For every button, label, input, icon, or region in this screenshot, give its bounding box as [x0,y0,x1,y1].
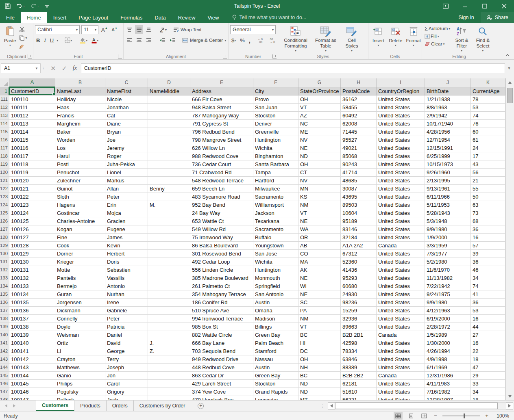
cell-G144[interactable]: NH [298,364,341,372]
cell-I138[interactable]: United States [377,315,425,323]
cell-A112[interactable]: 100111 [9,104,55,112]
cell-F122[interactable]: Milwaukee [253,185,298,193]
cell-B142[interactable]: Li [55,347,105,355]
cell-G126[interactable]: NE [298,217,341,225]
cell-F123[interactable]: Sacramento [253,193,298,201]
cell-D133[interactable] [148,274,190,282]
cell-B137[interactable]: Dickmann [55,307,105,315]
cell-B144[interactable]: Matthews [55,364,105,372]
cell-K1[interactable]: CurrentAge [471,87,505,95]
cell-F116[interactable]: Huntington [253,136,298,144]
cell-K120[interactable]: 56 [471,169,505,177]
clear-button[interactable]: Clear▾ [425,41,450,47]
cell-B122[interactable]: Guinot [55,185,105,193]
cell-D142[interactable]: Z. [148,347,190,355]
cell-A113[interactable]: 100112 [9,112,55,120]
cell-F145[interactable]: Green Bay [253,372,298,380]
cell-B121[interactable]: Zulechner [55,177,105,185]
cell-G122[interactable]: MN [298,185,341,193]
cell-D115[interactable] [148,128,190,136]
cell-E111[interactable]: 666 Fir Cove [190,95,253,104]
menu-tab-home[interactable]: Home [21,12,47,23]
cell-C133[interactable]: Vassilis [105,274,148,282]
cell-D116[interactable] [148,136,190,144]
cell-J1[interactable]: BirthDate [425,87,471,95]
cell-B116[interactable]: Worden [55,136,105,144]
cell-J123[interactable]: 6/11/1966 [425,193,471,201]
cell-E136[interactable]: 186 Conifer Rd [190,299,253,307]
cell-G1[interactable]: StateOrProvince [298,87,341,95]
cell-K123[interactable]: 50 [471,193,505,201]
cell-C117[interactable]: Jeremy [105,144,148,152]
cell-F120[interactable]: Tampa [253,169,298,177]
cell-C115[interactable]: Bryan [105,128,148,136]
cell-F144[interactable]: Austin [253,364,298,372]
column-header-c[interactable]: C [105,78,148,87]
cell-K128[interactable]: 16 [471,234,505,242]
cell-J139[interactable]: 2/28/1972 [425,323,471,331]
column-header-k[interactable]: K [471,78,505,87]
cell-C126[interactable]: Gracien [105,217,148,225]
cell-H135[interactable]: 24930 [341,290,377,299]
menu-tab-formulas[interactable]: Formulas [114,12,148,23]
merge-center-button[interactable]: Merge & Center ▾ [182,36,226,45]
cell-A148[interactable]: 100147 [9,396,55,400]
select-all-button[interactable] [0,78,9,87]
cell-H133[interactable]: 95293 [341,274,377,282]
horizontal-scrollbar[interactable]: ⋮ [318,401,514,411]
cell-E123[interactable]: 483 Sycamore Road [190,193,253,201]
new-sheet-button[interactable]: + [191,401,210,411]
cell-B114[interactable]: Margheim [55,120,105,128]
cell-F133[interactable]: Monmouth [253,274,298,282]
cell-J140[interactable]: 1/5/1989 [425,331,471,339]
cell-I114[interactable]: United States [377,120,425,128]
scroll-up-icon[interactable] [506,78,514,87]
cell-E122[interactable]: 659 Beech Ln [190,185,253,193]
cell-E144[interactable]: 448 Redbud Cove [190,364,253,372]
decrease-decimal-icon[interactable]: .00→.0 [268,36,278,45]
cell-C119[interactable]: Juha-Pekka [105,160,148,169]
sheet-tab-customers-by-order[interactable]: Customers by Order [134,401,192,411]
cell-F137[interactable]: Omaha [253,307,298,315]
cell-K138[interactable]: 16 [471,315,505,323]
cell-C136[interactable]: Irene [105,299,148,307]
cell-D113[interactable] [148,112,190,120]
cell-B136[interactable]: Jorgensen [55,299,105,307]
cell-J129[interactable]: 3/3/1959 [425,242,471,250]
cell-D130[interactable] [148,250,190,258]
column-header-f[interactable]: F [253,78,298,87]
cell-I145[interactable]: Canada [377,372,425,380]
cell-E145[interactable]: 863 Cedar Dr [190,372,253,380]
cell-H140[interactable]: B2B 2B1 [341,331,377,339]
cell-I132[interactable]: United States [377,266,425,274]
cell-I121[interactable]: United States [377,177,425,185]
cell-E138[interactable]: 994 Ironwood Terrace [190,315,253,323]
cell-K119[interactable]: 43 [471,160,505,169]
cell-H129[interactable]: A1A 2A2 [341,242,377,250]
cell-A121[interactable]: 100120 [9,177,55,185]
menu-tab-view[interactable]: View [201,12,225,23]
zoom-slider[interactable] [442,416,480,416]
format-painter-button[interactable] [19,43,27,50]
cell-G120[interactable]: CT [298,169,341,177]
menu-tab-data[interactable]: Data [148,12,172,23]
cell-C146[interactable]: Carol [105,380,148,388]
decrease-indent-button[interactable] [158,36,167,45]
percent-style-button[interactable]: % [239,36,246,45]
cell-C114[interactable]: Diane [105,120,148,128]
cell-G148[interactable]: MT [298,396,341,400]
cell-E117[interactable]: 626 Willow Ln [190,144,253,152]
cell-E119[interactable]: 736 Cedar Court [190,160,253,169]
cell-E120[interactable]: 71 Crabwood Rd [190,169,253,177]
cell-K140[interactable]: 27 [471,331,505,339]
cell-E142[interactable]: 703 Sequoia Bend [190,347,253,355]
cell-D147[interactable] [148,388,190,396]
cell-E128[interactable]: 75 Ironwood Way [190,234,253,242]
customize-qat-icon[interactable] [45,4,49,9]
row-header-120[interactable]: 120 [0,169,9,177]
row-header-111[interactable]: 111 [0,95,9,104]
row-header-118[interactable]: 118 [0,152,9,160]
cell-B148[interactable]: Pollock [55,396,105,400]
cell-A144[interactable]: 100143 [9,364,55,372]
find-select-button[interactable]: Find & Select ▾ [472,24,493,53]
